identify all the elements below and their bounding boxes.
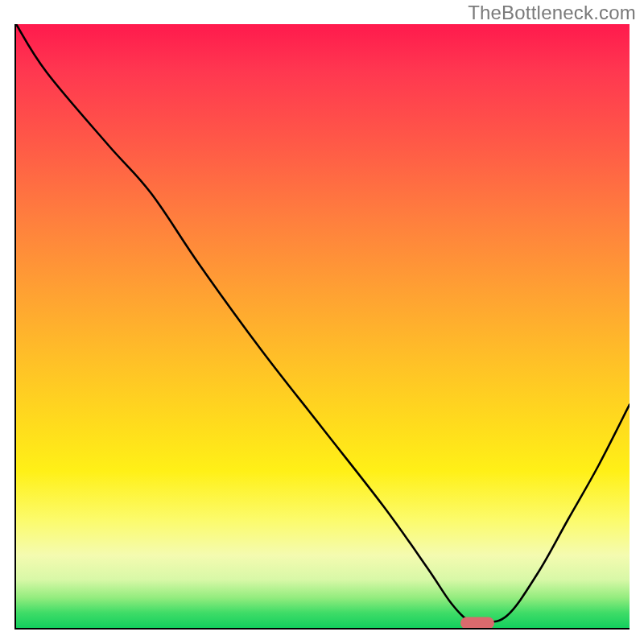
bottleneck-curve xyxy=(16,24,630,628)
watermark-text: TheBottleneck.com xyxy=(468,2,636,24)
optimal-marker xyxy=(460,617,494,630)
plot-frame xyxy=(14,24,630,630)
chart-stage: TheBottleneck.com xyxy=(0,0,644,644)
